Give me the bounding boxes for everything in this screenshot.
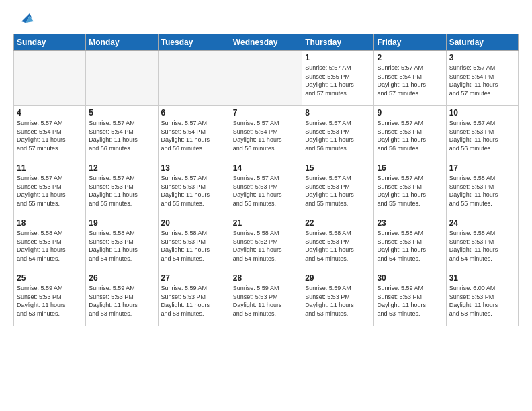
- logo-icon: [16, 8, 35, 27]
- calendar-cell: 7Sunrise: 5:57 AM Sunset: 5:54 PM Daylig…: [230, 106, 302, 161]
- calendar-cell: 4Sunrise: 5:57 AM Sunset: 5:54 PM Daylig…: [14, 106, 86, 161]
- day-info: Sunrise: 5:58 AM Sunset: 5:53 PM Dayligh…: [89, 229, 154, 263]
- day-number: 18: [17, 218, 83, 228]
- calendar-cell: 17Sunrise: 5:58 AM Sunset: 5:53 PM Dayli…: [446, 161, 518, 216]
- day-number: 12: [89, 163, 154, 173]
- header: [13, 11, 519, 27]
- day-info: Sunrise: 5:59 AM Sunset: 5:53 PM Dayligh…: [89, 284, 154, 318]
- day-number: 1: [305, 53, 371, 62]
- calendar-cell: 23Sunrise: 5:58 AM Sunset: 5:53 PM Dayli…: [374, 216, 446, 271]
- weekday-saturday: Saturday: [446, 34, 518, 51]
- day-info: Sunrise: 5:57 AM Sunset: 5:54 PM Dayligh…: [233, 119, 299, 152]
- day-number: 15: [305, 163, 371, 173]
- day-number: 31: [449, 273, 515, 283]
- calendar-cell: 20Sunrise: 5:58 AM Sunset: 5:53 PM Dayli…: [158, 216, 230, 271]
- day-info: Sunrise: 5:59 AM Sunset: 5:53 PM Dayligh…: [233, 284, 299, 318]
- day-info: Sunrise: 5:57 AM Sunset: 5:53 PM Dayligh…: [377, 119, 443, 152]
- day-info: Sunrise: 5:57 AM Sunset: 5:54 PM Dayligh…: [161, 119, 227, 152]
- day-number: 3: [449, 53, 515, 62]
- day-number: 22: [305, 218, 371, 228]
- weekday-wednesday: Wednesday: [230, 34, 302, 51]
- calendar-cell: [230, 51, 302, 106]
- day-number: 24: [449, 218, 515, 228]
- day-number: 20: [161, 218, 227, 228]
- day-info: Sunrise: 5:57 AM Sunset: 5:54 PM Dayligh…: [17, 119, 83, 152]
- calendar-cell: 5Sunrise: 5:57 AM Sunset: 5:54 PM Daylig…: [86, 106, 158, 161]
- day-number: 7: [233, 108, 299, 118]
- calendar-cell: 25Sunrise: 5:59 AM Sunset: 5:53 PM Dayli…: [14, 271, 86, 326]
- calendar-cell: 21Sunrise: 5:58 AM Sunset: 5:52 PM Dayli…: [230, 216, 302, 271]
- week-row-1: 1Sunrise: 5:57 AM Sunset: 5:55 PM Daylig…: [14, 51, 519, 106]
- day-number: 26: [89, 273, 154, 283]
- day-number: 2: [377, 53, 443, 62]
- day-info: Sunrise: 5:59 AM Sunset: 5:53 PM Dayligh…: [305, 284, 371, 318]
- day-number: 16: [377, 163, 443, 173]
- day-number: 27: [161, 273, 227, 283]
- calendar-cell: 3Sunrise: 5:57 AM Sunset: 5:54 PM Daylig…: [446, 51, 518, 106]
- week-row-5: 25Sunrise: 5:59 AM Sunset: 5:53 PM Dayli…: [14, 271, 519, 326]
- day-info: Sunrise: 5:59 AM Sunset: 5:53 PM Dayligh…: [17, 284, 83, 318]
- day-info: Sunrise: 5:57 AM Sunset: 5:54 PM Dayligh…: [377, 64, 443, 97]
- day-info: Sunrise: 5:57 AM Sunset: 5:53 PM Dayligh…: [305, 174, 371, 208]
- calendar-cell: 1Sunrise: 5:57 AM Sunset: 5:55 PM Daylig…: [302, 51, 374, 106]
- day-info: Sunrise: 5:59 AM Sunset: 5:53 PM Dayligh…: [377, 284, 443, 318]
- calendar-cell: 12Sunrise: 5:57 AM Sunset: 5:53 PM Dayli…: [86, 161, 158, 216]
- day-number: 21: [233, 218, 299, 228]
- calendar-cell: 10Sunrise: 5:57 AM Sunset: 5:53 PM Dayli…: [446, 106, 518, 161]
- calendar-cell: 9Sunrise: 5:57 AM Sunset: 5:53 PM Daylig…: [374, 106, 446, 161]
- day-number: 8: [305, 108, 371, 118]
- calendar-cell: 6Sunrise: 5:57 AM Sunset: 5:54 PM Daylig…: [158, 106, 230, 161]
- day-info: Sunrise: 5:59 AM Sunset: 5:53 PM Dayligh…: [161, 284, 227, 318]
- day-number: 28: [233, 273, 299, 283]
- weekday-thursday: Thursday: [302, 34, 374, 51]
- day-number: 10: [449, 108, 515, 118]
- day-info: Sunrise: 5:58 AM Sunset: 5:53 PM Dayligh…: [305, 229, 371, 263]
- weekday-tuesday: Tuesday: [158, 34, 230, 51]
- calendar-cell: 8Sunrise: 5:57 AM Sunset: 5:53 PM Daylig…: [302, 106, 374, 161]
- week-row-4: 18Sunrise: 5:58 AM Sunset: 5:53 PM Dayli…: [14, 216, 519, 271]
- day-info: Sunrise: 5:58 AM Sunset: 5:53 PM Dayligh…: [377, 229, 443, 263]
- weekday-header-row: SundayMondayTuesdayWednesdayThursdayFrid…: [14, 34, 519, 51]
- day-info: Sunrise: 5:57 AM Sunset: 5:54 PM Dayligh…: [89, 119, 154, 152]
- day-info: Sunrise: 5:58 AM Sunset: 5:53 PM Dayligh…: [161, 229, 227, 263]
- day-info: Sunrise: 5:57 AM Sunset: 5:54 PM Dayligh…: [449, 64, 515, 97]
- day-info: Sunrise: 5:58 AM Sunset: 5:52 PM Dayligh…: [233, 229, 299, 263]
- day-info: Sunrise: 5:58 AM Sunset: 5:53 PM Dayligh…: [449, 174, 515, 208]
- day-number: 29: [305, 273, 371, 283]
- day-info: Sunrise: 5:57 AM Sunset: 5:53 PM Dayligh…: [89, 174, 154, 208]
- day-info: Sunrise: 5:57 AM Sunset: 5:53 PM Dayligh…: [17, 174, 83, 208]
- day-number: 11: [17, 163, 83, 173]
- day-number: 23: [377, 218, 443, 228]
- day-info: Sunrise: 5:57 AM Sunset: 5:53 PM Dayligh…: [233, 174, 299, 208]
- day-number: 25: [17, 273, 83, 283]
- day-info: Sunrise: 5:57 AM Sunset: 5:55 PM Dayligh…: [305, 64, 371, 97]
- calendar-cell: 27Sunrise: 5:59 AM Sunset: 5:53 PM Dayli…: [158, 271, 230, 326]
- week-row-2: 4Sunrise: 5:57 AM Sunset: 5:54 PM Daylig…: [14, 106, 519, 161]
- day-number: 5: [89, 108, 154, 118]
- calendar-cell: 2Sunrise: 5:57 AM Sunset: 5:54 PM Daylig…: [374, 51, 446, 106]
- weekday-sunday: Sunday: [14, 34, 86, 51]
- calendar-cell: 18Sunrise: 5:58 AM Sunset: 5:53 PM Dayli…: [14, 216, 86, 271]
- calendar: SundayMondayTuesdayWednesdayThursdayFrid…: [13, 34, 519, 326]
- calendar-cell: 16Sunrise: 5:57 AM Sunset: 5:53 PM Dayli…: [374, 161, 446, 216]
- day-number: 17: [449, 163, 515, 173]
- calendar-cell: [86, 51, 158, 106]
- weekday-friday: Friday: [374, 34, 446, 51]
- calendar-cell: 14Sunrise: 5:57 AM Sunset: 5:53 PM Dayli…: [230, 161, 302, 216]
- calendar-cell: 19Sunrise: 5:58 AM Sunset: 5:53 PM Dayli…: [86, 216, 158, 271]
- day-info: Sunrise: 5:58 AM Sunset: 5:53 PM Dayligh…: [449, 229, 515, 263]
- calendar-cell: 26Sunrise: 5:59 AM Sunset: 5:53 PM Dayli…: [86, 271, 158, 326]
- weekday-monday: Monday: [86, 34, 158, 51]
- calendar-cell: 31Sunrise: 6:00 AM Sunset: 5:53 PM Dayli…: [446, 271, 518, 326]
- day-number: 4: [17, 108, 83, 118]
- day-number: 6: [161, 108, 227, 118]
- day-info: Sunrise: 5:57 AM Sunset: 5:53 PM Dayligh…: [377, 174, 443, 208]
- calendar-cell: [14, 51, 86, 106]
- calendar-cell: 28Sunrise: 5:59 AM Sunset: 5:53 PM Dayli…: [230, 271, 302, 326]
- calendar-cell: 30Sunrise: 5:59 AM Sunset: 5:53 PM Dayli…: [374, 271, 446, 326]
- day-info: Sunrise: 5:58 AM Sunset: 5:53 PM Dayligh…: [17, 229, 83, 263]
- calendar-cell: 29Sunrise: 5:59 AM Sunset: 5:53 PM Dayli…: [302, 271, 374, 326]
- day-info: Sunrise: 5:57 AM Sunset: 5:53 PM Dayligh…: [305, 119, 371, 152]
- day-info: Sunrise: 5:57 AM Sunset: 5:53 PM Dayligh…: [449, 119, 515, 152]
- week-row-3: 11Sunrise: 5:57 AM Sunset: 5:53 PM Dayli…: [14, 161, 519, 216]
